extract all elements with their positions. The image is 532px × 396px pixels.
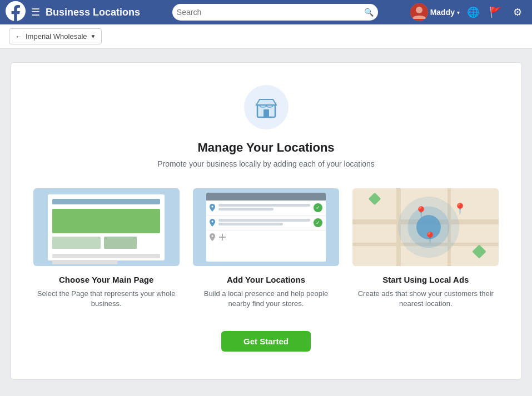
feature-desc-2: Create ads that show your customers thei… [352, 289, 499, 309]
manage-locations-card: Manage Your Locations Promote your busin… [11, 62, 522, 380]
navbar: ☰ Business Locations 🔍 Maddy ▾ 🌐 🚩 ⚙ [0, 0, 532, 24]
nav-title: Business Locations [46, 7, 140, 18]
get-started-button[interactable]: Get Started [221, 331, 311, 352]
search-bar: 🔍 [172, 4, 378, 21]
features-row: Choose Your Main Page Select the Page th… [33, 188, 499, 309]
svg-rect-3 [263, 109, 269, 117]
settings-icon[interactable]: ⚙ [509, 3, 526, 21]
feature-title-0: Choose Your Main Page [59, 275, 153, 284]
chevron-down-icon: ▾ [457, 9, 460, 16]
flag-icon[interactable]: 🚩 [486, 3, 504, 21]
avatar [410, 3, 428, 21]
user-menu[interactable]: Maddy ▾ [410, 3, 460, 21]
search-button[interactable]: 🔍 [364, 8, 374, 17]
feature-local-ads: 📍 📍 📍 Start Using Local Ads Create ads t… [352, 188, 499, 309]
business-selector[interactable]: ← Imperial Wholesale ▼ [9, 28, 102, 44]
arrow-left-icon: ← [15, 32, 22, 41]
main-content: Manage Your Locations Promote your busin… [0, 49, 532, 393]
business-name: Imperial Wholesale [26, 32, 87, 41]
feature-title-1: Add Your Locations [227, 275, 305, 284]
search-input[interactable] [177, 8, 364, 17]
feature-image-add-locations [193, 188, 339, 266]
store-icon-circle [244, 85, 289, 129]
feature-choose-page: Choose Your Main Page Select the Page th… [33, 188, 180, 309]
feature-add-locations: Add Your Locations Build a local presenc… [193, 188, 339, 309]
card-subtitle: Promote your business locally by adding … [157, 159, 375, 168]
feature-image-local-ads: 📍 📍 📍 [352, 188, 499, 266]
subnav: ← Imperial Wholesale ▼ [0, 24, 532, 49]
user-name: Maddy [430, 8, 455, 17]
hamburger-icon[interactable]: ☰ [31, 6, 40, 18]
feature-image-choose-page [33, 188, 180, 266]
dropdown-arrow-icon: ▼ [91, 33, 96, 39]
card-title: Manage Your Locations [197, 141, 334, 155]
feature-desc-0: Select the Page that represents your who… [33, 289, 180, 309]
facebook-logo[interactable] [6, 1, 26, 23]
svg-point-1 [416, 7, 422, 13]
globe-icon[interactable]: 🌐 [464, 3, 482, 21]
feature-desc-1: Build a local presence and help people n… [193, 289, 339, 309]
feature-title-2: Start Using Local Ads [382, 275, 469, 284]
